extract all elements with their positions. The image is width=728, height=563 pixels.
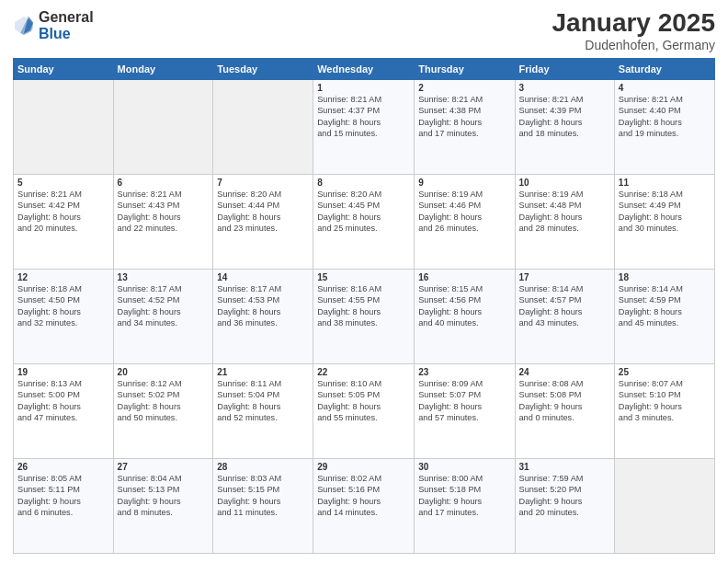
- logo-icon: [13, 15, 35, 37]
- day-number: 5: [17, 178, 109, 188]
- title-block: January 2025 Dudenhofen, Germany: [552, 9, 715, 52]
- week-row-3: 12Sunrise: 8:18 AM Sunset: 4:50 PM Dayli…: [14, 269, 715, 363]
- cell-w0-d1: [113, 79, 213, 174]
- cell-w4-d6: [614, 458, 714, 553]
- day-number: 4: [619, 83, 711, 93]
- cell-w4-d0: 26Sunrise: 8:05 AM Sunset: 5:11 PM Dayli…: [14, 458, 114, 553]
- day-number: 30: [418, 462, 510, 472]
- cell-w0-d3: 1Sunrise: 8:21 AM Sunset: 4:37 PM Daylig…: [313, 79, 415, 174]
- week-row-5: 26Sunrise: 8:05 AM Sunset: 5:11 PM Dayli…: [14, 458, 715, 553]
- cell-w3-d4: 23Sunrise: 8:09 AM Sunset: 5:07 PM Dayli…: [415, 363, 515, 458]
- calendar-table: Sunday Monday Tuesday Wednesday Thursday…: [13, 58, 715, 554]
- day-info: Sunrise: 8:16 AM Sunset: 4:55 PM Dayligh…: [317, 283, 410, 329]
- cell-w2-d4: 16Sunrise: 8:15 AM Sunset: 4:56 PM Dayli…: [415, 269, 515, 363]
- day-info: Sunrise: 8:17 AM Sunset: 4:52 PM Dayligh…: [118, 283, 210, 329]
- cell-w3-d5: 24Sunrise: 8:08 AM Sunset: 5:08 PM Dayli…: [515, 363, 614, 458]
- day-info: Sunrise: 8:04 AM Sunset: 5:13 PM Dayligh…: [118, 473, 210, 519]
- cell-w3-d3: 22Sunrise: 8:10 AM Sunset: 5:05 PM Dayli…: [313, 363, 415, 458]
- day-number: 26: [17, 462, 109, 472]
- cell-w1-d1: 6Sunrise: 8:21 AM Sunset: 4:43 PM Daylig…: [113, 174, 213, 269]
- day-info: Sunrise: 8:12 AM Sunset: 5:02 PM Dayligh…: [118, 378, 210, 424]
- day-info: Sunrise: 8:11 AM Sunset: 5:04 PM Dayligh…: [217, 378, 309, 424]
- day-number: 13: [118, 272, 210, 282]
- day-info: Sunrise: 8:00 AM Sunset: 5:18 PM Dayligh…: [418, 473, 510, 519]
- day-number: 20: [118, 367, 210, 377]
- day-info: Sunrise: 8:21 AM Sunset: 4:37 PM Dayligh…: [317, 94, 410, 140]
- day-number: 14: [217, 272, 309, 282]
- cell-w3-d2: 21Sunrise: 8:11 AM Sunset: 5:04 PM Dayli…: [213, 363, 313, 458]
- day-number: 28: [217, 462, 309, 472]
- day-number: 9: [418, 178, 510, 188]
- day-info: Sunrise: 8:19 AM Sunset: 4:48 PM Dayligh…: [519, 189, 610, 235]
- day-number: 21: [217, 367, 309, 377]
- day-info: Sunrise: 8:02 AM Sunset: 5:16 PM Dayligh…: [317, 473, 410, 519]
- day-info: Sunrise: 8:07 AM Sunset: 5:10 PM Dayligh…: [619, 378, 711, 424]
- day-number: 3: [519, 83, 610, 93]
- cell-w4-d4: 30Sunrise: 8:00 AM Sunset: 5:18 PM Dayli…: [415, 458, 515, 553]
- week-row-2: 5Sunrise: 8:21 AM Sunset: 4:42 PM Daylig…: [14, 174, 715, 269]
- cell-w4-d1: 27Sunrise: 8:04 AM Sunset: 5:13 PM Dayli…: [113, 458, 213, 553]
- cell-w4-d3: 29Sunrise: 8:02 AM Sunset: 5:16 PM Dayli…: [313, 458, 415, 553]
- day-number: 12: [17, 272, 109, 282]
- day-info: Sunrise: 8:05 AM Sunset: 5:11 PM Dayligh…: [17, 473, 109, 519]
- header-monday: Monday: [113, 58, 213, 79]
- header-tuesday: Tuesday: [213, 58, 313, 79]
- day-info: Sunrise: 8:10 AM Sunset: 5:05 PM Dayligh…: [317, 378, 410, 424]
- week-row-1: 1Sunrise: 8:21 AM Sunset: 4:37 PM Daylig…: [14, 79, 715, 174]
- day-info: Sunrise: 7:59 AM Sunset: 5:20 PM Dayligh…: [519, 473, 610, 519]
- day-number: 6: [118, 178, 210, 188]
- cell-w0-d2: [213, 79, 313, 174]
- calendar-title: January 2025: [552, 9, 715, 38]
- logo-blue: Blue: [39, 26, 94, 42]
- day-info: Sunrise: 8:14 AM Sunset: 4:57 PM Dayligh…: [519, 283, 610, 329]
- page-header: General Blue January 2025 Dudenhofen, Ge…: [13, 9, 715, 52]
- cell-w2-d3: 15Sunrise: 8:16 AM Sunset: 4:55 PM Dayli…: [313, 269, 415, 363]
- day-number: 15: [317, 272, 410, 282]
- header-friday: Friday: [515, 58, 614, 79]
- header-saturday: Saturday: [614, 58, 714, 79]
- day-number: 18: [619, 272, 711, 282]
- day-number: 2: [418, 83, 510, 93]
- day-info: Sunrise: 8:08 AM Sunset: 5:08 PM Dayligh…: [519, 378, 610, 424]
- day-info: Sunrise: 8:19 AM Sunset: 4:46 PM Dayligh…: [418, 189, 510, 235]
- logo-text: General Blue: [39, 9, 94, 41]
- day-info: Sunrise: 8:18 AM Sunset: 4:49 PM Dayligh…: [619, 189, 711, 235]
- day-info: Sunrise: 8:21 AM Sunset: 4:39 PM Dayligh…: [519, 94, 610, 140]
- calendar-page: General Blue January 2025 Dudenhofen, Ge…: [0, 0, 728, 563]
- day-number: 23: [418, 367, 510, 377]
- cell-w1-d3: 8Sunrise: 8:20 AM Sunset: 4:45 PM Daylig…: [313, 174, 415, 269]
- calendar-body: 1Sunrise: 8:21 AM Sunset: 4:37 PM Daylig…: [14, 79, 715, 553]
- cell-w2-d2: 14Sunrise: 8:17 AM Sunset: 4:53 PM Dayli…: [213, 269, 313, 363]
- cell-w2-d1: 13Sunrise: 8:17 AM Sunset: 4:52 PM Dayli…: [113, 269, 213, 363]
- header-thursday: Thursday: [415, 58, 515, 79]
- cell-w1-d4: 9Sunrise: 8:19 AM Sunset: 4:46 PM Daylig…: [415, 174, 515, 269]
- day-number: 1: [317, 83, 410, 93]
- day-info: Sunrise: 8:20 AM Sunset: 4:44 PM Dayligh…: [217, 189, 309, 235]
- day-info: Sunrise: 8:09 AM Sunset: 5:07 PM Dayligh…: [418, 378, 510, 424]
- cell-w4-d2: 28Sunrise: 8:03 AM Sunset: 5:15 PM Dayli…: [213, 458, 313, 553]
- calendar-subtitle: Dudenhofen, Germany: [552, 38, 715, 52]
- day-number: 11: [619, 178, 711, 188]
- day-number: 8: [317, 178, 410, 188]
- cell-w0-d4: 2Sunrise: 8:21 AM Sunset: 4:38 PM Daylig…: [415, 79, 515, 174]
- cell-w1-d2: 7Sunrise: 8:20 AM Sunset: 4:44 PM Daylig…: [213, 174, 313, 269]
- cell-w2-d0: 12Sunrise: 8:18 AM Sunset: 4:50 PM Dayli…: [14, 269, 114, 363]
- cell-w3-d6: 25Sunrise: 8:07 AM Sunset: 5:10 PM Dayli…: [614, 363, 714, 458]
- day-number: 16: [418, 272, 510, 282]
- cell-w0-d5: 3Sunrise: 8:21 AM Sunset: 4:39 PM Daylig…: [515, 79, 614, 174]
- day-info: Sunrise: 8:21 AM Sunset: 4:43 PM Dayligh…: [118, 189, 210, 235]
- cell-w2-d5: 17Sunrise: 8:14 AM Sunset: 4:57 PM Dayli…: [515, 269, 614, 363]
- cell-w0-d0: [14, 79, 114, 174]
- day-info: Sunrise: 8:15 AM Sunset: 4:56 PM Dayligh…: [418, 283, 510, 329]
- day-number: 25: [619, 367, 711, 377]
- week-row-4: 19Sunrise: 8:13 AM Sunset: 5:00 PM Dayli…: [14, 363, 715, 458]
- day-number: 7: [217, 178, 309, 188]
- cell-w1-d0: 5Sunrise: 8:21 AM Sunset: 4:42 PM Daylig…: [14, 174, 114, 269]
- day-info: Sunrise: 8:20 AM Sunset: 4:45 PM Dayligh…: [317, 189, 410, 235]
- day-info: Sunrise: 8:21 AM Sunset: 4:38 PM Dayligh…: [418, 94, 510, 140]
- day-number: 27: [118, 462, 210, 472]
- day-number: 17: [519, 272, 610, 282]
- cell-w3-d1: 20Sunrise: 8:12 AM Sunset: 5:02 PM Dayli…: [113, 363, 213, 458]
- cell-w1-d6: 11Sunrise: 8:18 AM Sunset: 4:49 PM Dayli…: [614, 174, 714, 269]
- day-info: Sunrise: 8:18 AM Sunset: 4:50 PM Dayligh…: [17, 283, 109, 329]
